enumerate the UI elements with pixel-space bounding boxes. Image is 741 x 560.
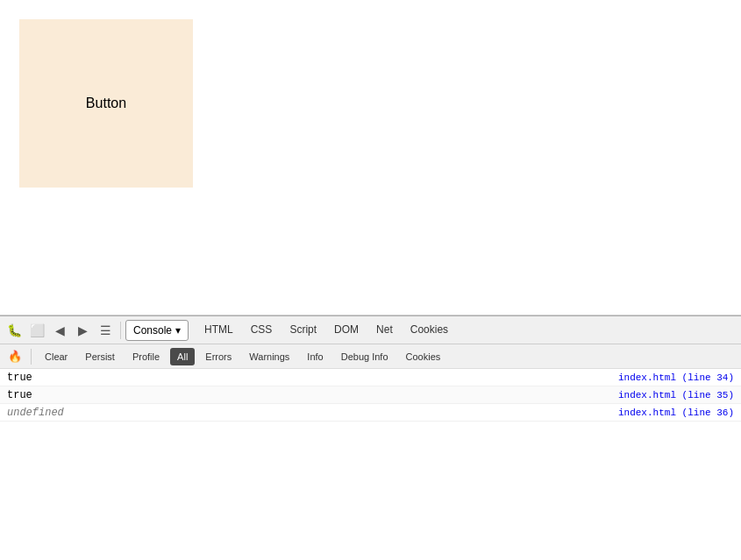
- bug-icon-btn[interactable]: 🐛: [4, 320, 25, 341]
- console-row-2: true index.html (line 35): [0, 386, 741, 404]
- forward-icon-btn[interactable]: ▶: [72, 320, 93, 341]
- button-label: Button: [86, 96, 126, 111]
- console-link-2[interactable]: index.html (line 35): [618, 390, 734, 401]
- console-link-1[interactable]: index.html (line 34): [618, 372, 734, 383]
- filter-info[interactable]: Info: [300, 348, 330, 365]
- console-filter-bar: 🔥 Clear Persist Profile All Errors Warni…: [0, 344, 741, 369]
- filter-all[interactable]: All: [170, 348, 195, 365]
- toolbar-divider-1: [120, 322, 121, 339]
- console-value-3: undefined: [7, 407, 64, 419]
- tab-dom[interactable]: DOM: [325, 316, 367, 344]
- button-element[interactable]: Button: [19, 19, 193, 188]
- filter-cookies[interactable]: Cookies: [399, 348, 448, 365]
- filter-errors[interactable]: Errors: [198, 348, 239, 365]
- console-value-1: true: [7, 372, 32, 384]
- console-row-1: true index.html (line 34): [0, 369, 741, 386]
- persist-button[interactable]: Persist: [78, 348, 122, 365]
- console-row-3: undefined index.html (line 36): [0, 404, 741, 422]
- preview-area: Button: [0, 0, 741, 315]
- multiline-icon-btn[interactable]: ☰: [95, 320, 116, 341]
- tab-cookies[interactable]: Cookies: [402, 316, 457, 344]
- filter-warnings[interactable]: Warnings: [242, 348, 296, 365]
- filter-divider-1: [31, 349, 32, 365]
- console-output: true index.html (line 34) true index.htm…: [0, 369, 741, 560]
- back-icon-btn[interactable]: ◀: [49, 320, 70, 341]
- devtools-panel: 🐛 ⬜ ◀ ▶ ☰ Console ▾ HTML CSS Script DOM …: [0, 315, 741, 560]
- filter-debug-info[interactable]: Debug Info: [334, 348, 395, 365]
- clear-button[interactable]: Clear: [38, 348, 75, 365]
- console-chevron-icon: ▾: [175, 324, 181, 337]
- console-tab-dropdown[interactable]: Console ▾: [125, 320, 189, 341]
- tab-html[interactable]: HTML: [196, 316, 242, 344]
- fire-icon-btn[interactable]: 🔥: [5, 347, 25, 366]
- devtools-tabs: HTML CSS Script DOM Net Cookies: [196, 316, 457, 344]
- console-link-3[interactable]: index.html (line 36): [618, 408, 734, 418]
- tab-css[interactable]: CSS: [242, 316, 281, 344]
- profile-button[interactable]: Profile: [125, 348, 167, 365]
- console-value-2: true: [7, 389, 32, 401]
- tab-script[interactable]: Script: [281, 316, 325, 344]
- console-tab-label: Console: [133, 324, 172, 337]
- tab-net[interactable]: Net: [367, 316, 402, 344]
- inspect-icon-btn[interactable]: ⬜: [26, 320, 47, 341]
- devtools-toolbar: 🐛 ⬜ ◀ ▶ ☰ Console ▾ HTML CSS Script DOM …: [0, 316, 741, 344]
